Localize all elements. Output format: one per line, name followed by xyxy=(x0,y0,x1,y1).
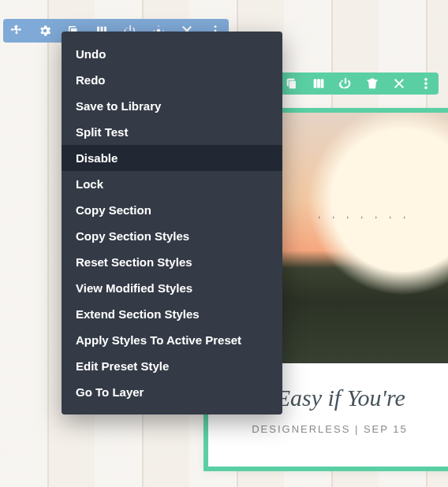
row-toolbar xyxy=(279,72,439,95)
menu-item-reset-section-styles[interactable]: Reset Section Styles xyxy=(62,249,282,275)
menu-item-redo[interactable]: Redo xyxy=(62,67,282,93)
columns-icon[interactable] xyxy=(311,76,327,91)
menu-item-apply-styles-to-active-preset[interactable]: Apply Styles To Active Preset xyxy=(62,327,282,353)
menu-item-split-test[interactable]: Split Test xyxy=(62,119,282,145)
menu-item-copy-section-styles[interactable]: Copy Section Styles xyxy=(62,223,282,249)
menu-item-save-to-library[interactable]: Save to Library xyxy=(62,93,282,119)
gear-icon[interactable] xyxy=(38,24,52,38)
power-icon[interactable] xyxy=(338,76,353,91)
menu-item-edit-preset-style[interactable]: Edit Preset Style xyxy=(62,353,282,379)
menu-item-undo[interactable]: Undo xyxy=(62,41,282,67)
menu-item-copy-section[interactable]: Copy Section xyxy=(62,197,282,223)
menu-item-view-modified-styles[interactable]: View Modified Styles xyxy=(62,275,282,301)
card-meta: DESIGNERLESS | SEP 15 xyxy=(222,423,437,435)
move-icon[interactable] xyxy=(9,24,24,38)
svg-point-1 xyxy=(215,25,217,28)
menu-item-go-to-layer[interactable]: Go To Layer xyxy=(62,379,282,405)
svg-point-6 xyxy=(425,87,427,89)
svg-point-4 xyxy=(425,78,427,80)
svg-point-5 xyxy=(425,83,427,85)
menu-item-lock[interactable]: Lock xyxy=(62,171,282,197)
menu-item-disable[interactable]: Disable xyxy=(62,145,282,171)
close-icon[interactable] xyxy=(391,76,407,91)
trash-icon[interactable] xyxy=(364,76,380,91)
more-icon[interactable] xyxy=(418,76,434,91)
context-menu: UndoRedoSave to LibrarySplit TestDisable… xyxy=(62,32,282,415)
duplicate-icon[interactable] xyxy=(284,76,300,91)
menu-item-extend-section-styles[interactable]: Extend Section Styles xyxy=(62,301,282,327)
